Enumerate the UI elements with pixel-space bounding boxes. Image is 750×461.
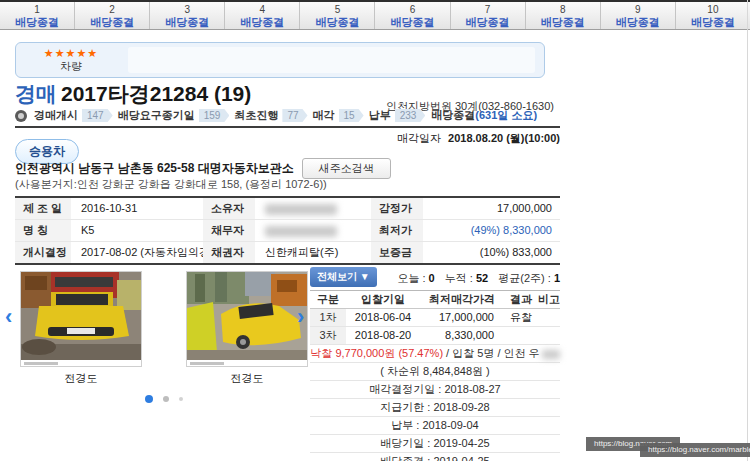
bid-date: 2018-08-20 [346, 327, 420, 344]
progress-label: 최초진행 [234, 108, 278, 123]
winning-bid-row: 낙찰 9,770,000원 (57.47%) / 입찰 5명 / 인천 우 [310, 345, 560, 363]
tab-number: 9 [601, 3, 675, 16]
view-stats: 오늘 : 0 누적 : 52 평균(2주) : 1 [397, 271, 560, 286]
stat-today-label: 오늘 : [397, 272, 425, 284]
bid-result [504, 327, 538, 344]
tab-label: 배당종결 [676, 16, 750, 28]
case-tabbar: 1배당종결 2배당종결 3배당종결 4배당종결 5배당종결 6배당종결 7배당종… [0, 0, 750, 30]
debtor-label: 채무자 [203, 220, 255, 241]
owner-label: 소유자 [203, 198, 255, 219]
photo-stamp [21, 360, 141, 366]
tab-case-4[interactable]: 4배당종결 [225, 2, 300, 29]
gallery-dot[interactable] [163, 396, 169, 402]
bid-price: 8,330,000 [420, 327, 504, 344]
tab-label: 배당종결 [601, 16, 675, 28]
gallery-dot[interactable] [179, 397, 183, 401]
sale-date-value: 2018.08.20 (월)(10:00) [448, 132, 560, 144]
tab-case-2[interactable]: 2배당종결 [75, 2, 150, 29]
manufacture-date-label: 제 조 일 [15, 198, 71, 219]
vehicle-address: 인천광역시 남동구 남촌동 625-58 대명자동차보관소 [15, 160, 294, 177]
view-all-button[interactable]: 전체보기 ▼ [310, 267, 377, 287]
redacted-text [265, 226, 337, 237]
tab-number: 10 [676, 3, 750, 16]
tab-number: 3 [150, 3, 224, 16]
gallery-prev-icon[interactable]: ‹ [5, 307, 12, 327]
bid-row: 1차 2018-06-04 17,000,000 유찰 [310, 309, 560, 327]
tab-label: 배당종결 [451, 16, 525, 28]
stat-total-value: 52 [476, 272, 488, 284]
bid-note [538, 327, 560, 344]
redacted-text [265, 204, 337, 215]
progress-label: 매각 [313, 108, 335, 123]
gallery-next-icon[interactable]: › [297, 307, 304, 327]
min-price-label: 최저가 [371, 220, 423, 241]
winning-bid-detail: / 입찰 5명 / 인천 우 [446, 347, 540, 359]
bid-toolbar: 전체보기 ▼ 오늘 : 0 누적 : 52 평균(2주) : 1 [310, 267, 560, 288]
bid-date: 2018-06-04 [346, 309, 420, 326]
payment-due-row: 지급기한 : 2018-09-28 [310, 399, 560, 417]
vehicle-photo-rear[interactable] [186, 271, 308, 367]
photo-stamp [187, 360, 307, 366]
photo-stamp-text [190, 362, 224, 365]
decision-date-value: 2017-08-02 (자동차임의경매) [71, 242, 203, 263]
dividend-date-row: 배당기일 : 2019-04-25 [310, 435, 560, 453]
owner-value [255, 198, 371, 219]
tab-label: 배당종결 [300, 16, 374, 28]
progress-count-badge: 147 [82, 109, 113, 122]
photo-caption: 전경도 [186, 371, 308, 386]
progress-count-badge: 159 [199, 109, 230, 122]
tab-case-6[interactable]: 6배당종결 [375, 2, 450, 29]
appraisal-value: 17,000,000 [423, 198, 560, 219]
progress-count-badge: 15 [339, 109, 364, 122]
stat-total-label: 누적 : [445, 272, 473, 284]
progress-label: 경매개시 [34, 108, 78, 123]
tab-case-3[interactable]: 3배당종결 [150, 2, 225, 29]
progress-final-note: (631일 소요) [475, 108, 537, 123]
view-all-label: 전체보기 [317, 271, 357, 282]
section-divider [15, 126, 560, 128]
rating-memo-panel [128, 47, 535, 73]
vehicle-photo-front-image [21, 272, 141, 360]
deposit-label: 보증금 [371, 242, 423, 263]
tab-case-7[interactable]: 7배당종결 [451, 2, 526, 29]
address-row: 인천광역시 남동구 남촌동 625-58 대명자동차보관소 새주소검색 [15, 158, 391, 179]
winning-bid-amount: 낙찰 9,770,000원 (57.47%) [310, 347, 443, 359]
case-type-label: 경매 [15, 82, 57, 105]
tab-label: 배당종결 [225, 16, 299, 28]
creditor-value: 신한캐피탈(주) [255, 242, 371, 263]
col-date: 입찰기일 [346, 291, 420, 308]
tab-number: 1 [0, 3, 74, 16]
col-note: 비고 [538, 291, 560, 308]
tab-number: 6 [375, 3, 449, 16]
col-result: 결과 [504, 291, 538, 308]
appraisal-label: 감정가 [371, 198, 423, 219]
window-edge-divider [747, 0, 748, 461]
redacted-text [542, 350, 560, 359]
table-row: 개시결정 2017-08-02 (자동차임의경매) 채권자 신한캐피탈(주) 보… [15, 242, 560, 263]
stat-avg-value: 1 [554, 272, 560, 284]
tab-case-10[interactable]: 10배당종결 [676, 2, 750, 29]
progress-label: 납부 [369, 108, 391, 123]
stat-today-value: 0 [429, 272, 435, 284]
vehicle-photo-rear-image [187, 272, 307, 360]
model-name-value: K5 [71, 220, 203, 241]
gallery-dot-active[interactable] [145, 395, 153, 403]
rating-block: ★★★★★ 차량 [16, 43, 126, 77]
star-rating-icon: ★★★★★ [44, 47, 98, 59]
tab-label: 배당종결 [375, 16, 449, 28]
bid-result: 유찰 [504, 309, 538, 326]
sale-date-label: 매각일자 [397, 132, 441, 144]
bid-note [538, 309, 560, 326]
tab-label: 배당종결 [526, 16, 600, 28]
tab-case-1[interactable]: 1배당종결 [0, 2, 75, 29]
tab-case-8[interactable]: 8배당종결 [526, 2, 601, 29]
tab-case-5[interactable]: 5배당종결 [300, 2, 375, 29]
rating-summary-box: ★★★★★ 차량 [15, 42, 545, 78]
new-address-search-button[interactable]: 새주소검색 [302, 158, 391, 179]
tab-case-9[interactable]: 9배당종결 [601, 2, 676, 29]
vehicle-photo-front[interactable] [20, 271, 142, 367]
chevron-down-icon: ▼ [360, 271, 370, 282]
bid-price: 17,000,000 [420, 309, 504, 326]
tab-label: 배당종결 [0, 16, 74, 28]
payment-date-row: 납부 : 2018-09-04 [310, 417, 560, 435]
